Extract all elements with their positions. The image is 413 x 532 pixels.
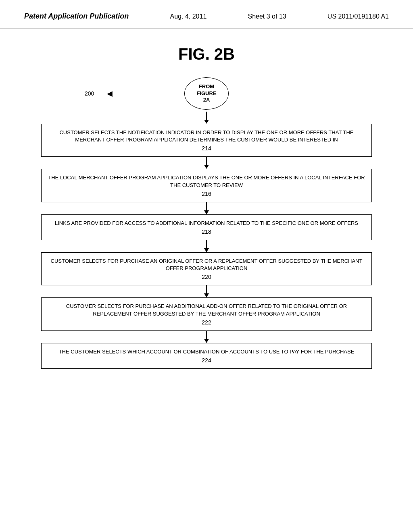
step-224-number: 224 [48, 357, 365, 364]
arrow-head-icon [204, 165, 209, 169]
date-label: Aug. 4, 2011 [170, 13, 207, 20]
step-218-number: 218 [48, 229, 365, 235]
page: Patent Application Publication Aug. 4, 2… [0, 0, 413, 532]
oval-line1: FROM [199, 83, 214, 90]
arrow-line [206, 285, 207, 293]
main-content: FIG. 2B 200 ◀ FROM FIGURE 2A [0, 29, 413, 385]
step-224-text: THE CUSTOMER SELECTS WHICH ACCOUNT OR CO… [48, 348, 365, 355]
step-220-box: CUSTOMER SELECTS FOR PURCHASE AN ORIGINA… [41, 252, 372, 285]
arrow-line [206, 240, 207, 248]
arrow-5 [204, 331, 209, 343]
flowchart: 200 ◀ FROM FIGURE 2A CUSTOMER SELECTS TH… [32, 75, 381, 369]
connector-row: 200 ◀ FROM FIGURE 2A [32, 75, 381, 112]
arrow-2 [204, 202, 209, 214]
arrow-head-icon [204, 120, 209, 124]
arrow-head-icon [204, 339, 209, 343]
arrow-4 [204, 285, 209, 297]
step-222-box: CUSTOMER SELECTS FOR PURCHASE AN ADDITIO… [41, 297, 372, 330]
page-header: Patent Application Publication Aug. 4, 2… [0, 0, 413, 29]
step-216-text: THE LOCAL MERCHANT OFFER PROGRAM APPLICA… [48, 174, 365, 189]
step-216-box: THE LOCAL MERCHANT OFFER PROGRAM APPLICA… [41, 169, 372, 202]
arrow-head-icon [204, 293, 209, 297]
sheet-label: Sheet 3 of 13 [248, 13, 286, 20]
figure-title: FIG. 2B [178, 45, 235, 63]
step-222-number: 222 [48, 319, 365, 326]
step-220-text: CUSTOMER SELECTS FOR PURCHASE AN ORIGINA… [48, 258, 365, 272]
step-216-number: 216 [48, 191, 365, 197]
arrow-3 [204, 240, 209, 252]
step-222-text: CUSTOMER SELECTS FOR PURCHASE AN ADDITIO… [48, 303, 365, 317]
connector-oval: FROM FIGURE 2A [184, 77, 229, 110]
step-214-text: CUSTOMER SELECTS THE NOTIFICATION INDICA… [48, 129, 365, 143]
oval-line2: FIGURE [196, 90, 216, 97]
arrow-line [206, 112, 207, 120]
step-214-box: CUSTOMER SELECTS THE NOTIFICATION INDICA… [41, 124, 372, 157]
step-220-number: 220 [48, 274, 365, 280]
oval-line3: 2A [203, 97, 210, 104]
arrow-head-icon [204, 210, 209, 214]
arrow-head-icon [204, 248, 209, 252]
step-218-box: LINKS ARE PROVIDED FOR ACCESS TO ADDITIO… [41, 214, 372, 240]
arrow-line [206, 331, 207, 339]
connector-label: 200 [85, 90, 94, 97]
arrow-1 [204, 157, 209, 169]
left-arrow-icon: ◀ [107, 89, 113, 98]
publication-label: Patent Application Publication [24, 12, 129, 21]
step-214-number: 214 [48, 145, 365, 152]
step-218-text: LINKS ARE PROVIDED FOR ACCESS TO ADDITIO… [48, 220, 365, 227]
step-224-box: THE CUSTOMER SELECTS WHICH ACCOUNT OR CO… [41, 343, 372, 369]
arrow-0 [204, 112, 209, 124]
patent-number-label: US 2011/0191180 A1 [327, 13, 389, 20]
arrow-line [206, 202, 207, 210]
arrow-line [206, 157, 207, 165]
